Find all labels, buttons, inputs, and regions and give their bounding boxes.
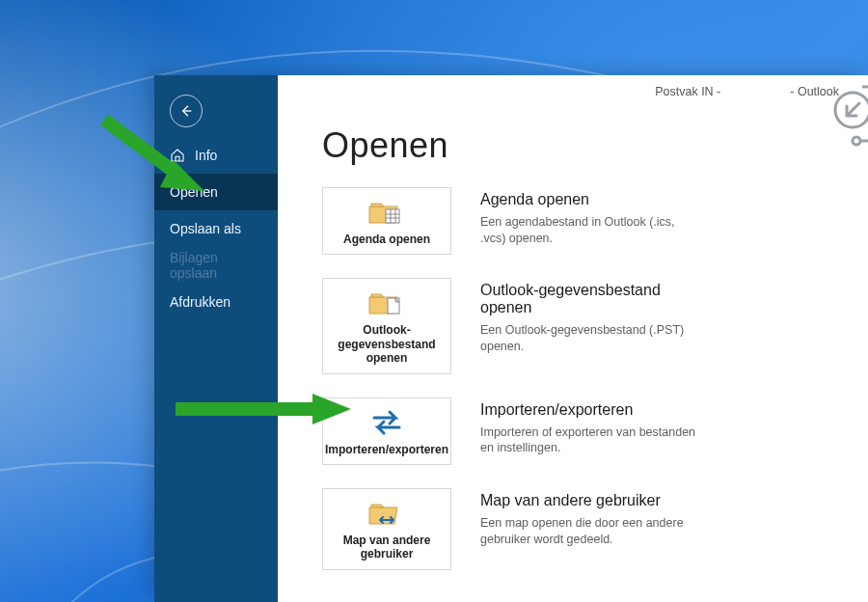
option-text: Importeren/exporteren Importeren of expo…: [480, 397, 702, 457]
option-gegevensbestand-openen: Outlook-gegevensbestand openen Outlook-g…: [322, 278, 839, 373]
sidebar-item-opslaan-als[interactable]: Opslaan als: [154, 210, 278, 247]
option-heading: Importeren/exporteren: [480, 401, 702, 419]
sidebar-item-label: Openen: [170, 184, 218, 200]
arrow-left-icon: [178, 103, 194, 119]
tile-map-andere-gebruiker[interactable]: Map van andere gebruiker: [322, 488, 451, 570]
option-desc: Een map openen die door een andere gebru…: [480, 515, 702, 548]
option-heading: Map van andere gebruiker: [480, 492, 702, 509]
tile-label: Map van andere gebruiker: [329, 534, 445, 561]
sidebar-item-label: Info: [195, 148, 217, 163]
sidebar-item-afdrukken[interactable]: Afdrukken: [154, 284, 278, 320]
sidebar-item-info[interactable]: Info: [154, 137, 278, 174]
svg-point-11: [853, 137, 860, 145]
tile-importeren-exporteren[interactable]: Importeren/exporteren: [322, 397, 451, 465]
folder-datafile-icon: [368, 288, 405, 317]
folder-calendar-icon: [368, 198, 405, 227]
option-text: Agenda openen Een agendabestand in Outlo…: [480, 187, 702, 247]
backstage-sidebar: Info Openen Opslaan als Bijlagen opslaan…: [154, 75, 278, 602]
tile-agenda-openen[interactable]: Agenda openen: [322, 187, 451, 255]
svg-rect-0: [386, 209, 399, 223]
option-heading: Outlook-gegevensbestand openen: [480, 282, 702, 316]
option-agenda-openen: Agenda openen Agenda openen Een agendabe…: [322, 187, 839, 255]
sidebar-item-openen[interactable]: Openen: [154, 174, 278, 210]
titlebar-mailbox: Postvak IN -: [655, 85, 720, 98]
option-desc: Een Outlook-gegevensbestand (.PST) opene…: [480, 322, 702, 355]
page-watermark-icon: [814, 75, 868, 168]
option-desc: Importeren of exporteren van bestanden e…: [480, 424, 702, 457]
option-importeren-exporteren: Importeren/exporteren Importeren/exporte…: [322, 397, 839, 465]
option-text: Outlook-gegevensbestand openen Een Outlo…: [480, 278, 702, 355]
window-titlebar: Postvak IN - - Outlook: [655, 85, 839, 98]
desktop-wallpaper: Info Openen Opslaan als Bijlagen opslaan…: [0, 0, 868, 602]
home-icon: [170, 148, 185, 163]
folder-shared-icon: [368, 499, 405, 528]
tile-label: Agenda openen: [343, 233, 430, 246]
sidebar-item-label: Opslaan als: [170, 221, 241, 236]
option-desc: Een agendabestand in Outlook (.ics, .vcs…: [480, 214, 702, 247]
option-map-andere-gebruiker: Map van andere gebruiker Map van andere …: [322, 488, 839, 570]
back-button[interactable]: [170, 95, 203, 127]
page-title: Openen: [322, 125, 839, 166]
sidebar-item-label: Bijlagen opslaan: [170, 250, 262, 281]
sidebar-item-bijlagen-opslaan: Bijlagen opslaan: [154, 247, 278, 284]
tile-label: Importeren/exporteren: [325, 443, 448, 456]
option-text: Map van andere gebruiker Een map openen …: [480, 488, 702, 548]
outlook-backstage-window: Info Openen Opslaan als Bijlagen opslaan…: [154, 75, 868, 602]
import-export-icon: [368, 408, 405, 437]
sidebar-item-label: Afdrukken: [170, 294, 231, 310]
tile-label: Outlook-gegevensbestand openen: [329, 323, 445, 365]
tile-gegevensbestand-openen[interactable]: Outlook-gegevensbestand openen: [322, 278, 451, 373]
backstage-content: Postvak IN - - Outlook Openen Agenda ope…: [278, 75, 868, 602]
option-heading: Agenda openen: [480, 191, 702, 208]
